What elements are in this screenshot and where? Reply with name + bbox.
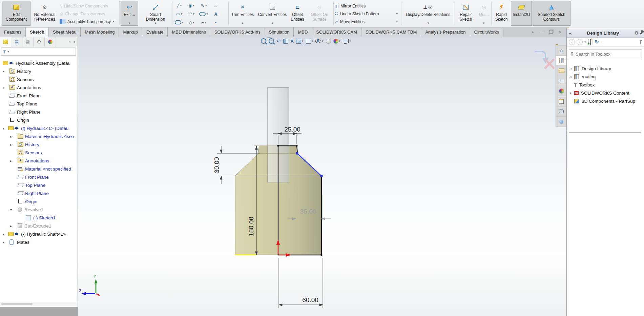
tree-row-cut-extrude1[interactable]: ▸ Cut-Extrude1	[0, 222, 77, 230]
expander-icon[interactable]: ▸	[10, 224, 12, 228]
refresh-button[interactable]: ↻	[595, 39, 599, 45]
library-row-toolbox[interactable]: Toolbox	[567, 81, 644, 89]
add-file-location-button[interactable]: *	[590, 40, 591, 44]
arc-tool-dropdown-icon[interactable]: ▾	[193, 13, 194, 16]
dimension-150-text[interactable]: 150.00	[248, 217, 255, 236]
tree-row-sketch1[interactable]: (-) Sketch1	[0, 214, 77, 222]
tree-row-material[interactable]: Material <not specified	[0, 165, 77, 173]
shaded-sketch-contours-button[interactable]: Shaded Sketch Contours	[533, 1, 570, 26]
cancel-sketch-corner-icon[interactable]	[545, 60, 554, 68]
expander-icon[interactable]: ▸	[3, 240, 4, 244]
selected-endpoint[interactable]	[320, 175, 323, 177]
tab-simulation[interactable]: Simulation	[265, 27, 294, 37]
no-external-references-button[interactable]: ⊘ No External References	[32, 1, 58, 26]
circle-tool-button[interactable]: ◉▾	[186, 1, 197, 9]
tab-dimxpertmanager[interactable]: ⊕	[34, 37, 45, 47]
ellipse-tool-button[interactable]: ▾	[198, 10, 209, 18]
arc-tool-button[interactable]: ◠▾	[186, 10, 197, 18]
fillet-tool-dropdown-icon[interactable]: ▾	[205, 21, 206, 24]
tab-file-explorer[interactable]	[556, 66, 567, 76]
convert-entities-dropdown-icon[interactable]: ▾	[272, 22, 273, 25]
tab-solidworks-forum[interactable]	[556, 106, 567, 117]
sketch-point[interactable]	[296, 145, 297, 146]
trim-entities-button[interactable]: × Trim Entities ▾	[230, 1, 255, 26]
forward-button[interactable]: ›	[577, 39, 583, 45]
tab-markup[interactable]: Markup	[119, 27, 142, 37]
back-button[interactable]: ‹	[569, 39, 575, 45]
tab-3dexperience[interactable]	[556, 117, 567, 127]
tree-row-origin[interactable]: Origin	[0, 197, 77, 205]
library-row-3d-components[interactable]: 3D Components - PartSup	[567, 97, 644, 105]
polygon-tool-button[interactable]: ◇▾	[186, 18, 197, 26]
minimize-button[interactable]: −	[538, 28, 546, 35]
graphics-viewport[interactable]: ↶ A ▾ ▾ ▾ ▾ ▾	[78, 37, 566, 316]
assembly-transparency-dropdown-icon[interactable]: ▾	[113, 20, 115, 23]
tab-features[interactable]: Features	[0, 27, 26, 37]
close-button[interactable]: ×	[556, 28, 564, 35]
expander-icon[interactable]: ▾	[3, 126, 4, 130]
edit-component-button[interactable]: Edit Component	[2, 1, 30, 26]
rapid-sketch-button[interactable]: Rapid Sketch	[493, 1, 510, 26]
expander-icon[interactable]: ▾	[10, 208, 12, 212]
search-input[interactable]	[575, 51, 640, 57]
tree-row-origin[interactable]: Origin	[0, 116, 77, 124]
line-tool-button[interactable]: ╱▾	[173, 1, 185, 9]
tree-filter[interactable]: ▾	[1, 47, 76, 56]
tree-row-front-plane[interactable]: Front Plane	[0, 92, 77, 100]
spline-tool-dropdown-icon[interactable]: ▾	[205, 4, 207, 7]
tree-row-sensors[interactable]: Sensors	[0, 149, 77, 157]
library-row-design-library[interactable]: > Design Library	[567, 64, 644, 73]
linear-sketch-pattern-dropdown-icon[interactable]: ▾	[396, 12, 398, 15]
tree-row-front-plane[interactable]: Front Plane	[0, 173, 77, 181]
expand-chevron-icon[interactable]: >	[569, 91, 572, 95]
tab-evaluate[interactable]: Evaluate	[142, 27, 168, 37]
tab-analysis-preparation[interactable]: Analysis Preparation	[421, 27, 470, 37]
tree-row-sensors[interactable]: Sensors	[0, 75, 77, 83]
tree-row-top-plane[interactable]: Top Plane	[0, 181, 77, 189]
expand-chevron-icon[interactable]: >	[569, 75, 572, 79]
tab-appearances-scenes[interactable]	[556, 86, 567, 96]
tree-row-history[interactable]: ▸ History	[0, 140, 77, 149]
tab-sketch[interactable]: Sketch	[26, 27, 49, 37]
expander-icon[interactable]: ▸	[10, 159, 12, 163]
manager-tab-scroll-left-icon[interactable]: ◂	[67, 37, 72, 47]
move-entities-dropdown-icon[interactable]: ▾	[396, 20, 398, 23]
tree-row-hydraulic-component[interactable]: ▾ (f) Hydraulic<1> (Defau	[0, 124, 77, 132]
tree-row-right-plane[interactable]: Right Plane	[0, 189, 77, 197]
expand-chevron-icon[interactable]: >	[569, 66, 572, 71]
slot-tool-button[interactable]: ▾	[173, 18, 185, 26]
tab-design-library[interactable]	[556, 56, 567, 66]
tab-sheet-metal[interactable]: Sheet Metal	[49, 27, 81, 37]
confirmation-corner[interactable]	[535, 52, 554, 68]
display-delete-relations-dropdown-icon[interactable]: ▾	[428, 22, 429, 25]
tree-row-annotations[interactable]: ▸ Annotations	[0, 157, 77, 165]
sketch-point[interactable]	[277, 145, 279, 146]
pin-icon[interactable]	[640, 31, 643, 35]
exit-sketch-button[interactable]: ↩ Exit ... ▾	[121, 1, 138, 26]
tab-propertymanager[interactable]: ▤	[11, 37, 22, 47]
tab-mbd-dimensions[interactable]: MBD Dimensions	[168, 27, 210, 37]
tree-row-top-plane[interactable]: Top Plane	[0, 100, 77, 108]
tab-configurationmanager[interactable]: ▦	[22, 37, 34, 47]
tree-row-mates-in-assembly[interactable]: ▸ Mates in Hydraulic Asse	[0, 132, 77, 140]
tree-row-history[interactable]: ▸ History	[0, 67, 77, 75]
tab-view-palette[interactable]	[556, 76, 567, 86]
add-to-library-button[interactable]: +	[588, 40, 588, 44]
tree-horizontal-scrollbar[interactable]	[0, 302, 77, 306]
tab-custom-properties[interactable]	[556, 96, 567, 106]
dimension-60-text[interactable]: 60.00	[302, 296, 318, 303]
point-tool-button[interactable]: ▪	[210, 18, 222, 26]
tab-featuremanager[interactable]	[0, 37, 11, 47]
tree-row-assembly[interactable]: Hydraulic Assembly (Defau	[0, 59, 77, 67]
tab-solidworks-cam[interactable]: SOLIDWORKS CAM	[312, 27, 361, 37]
mirror-entities-button[interactable]: ◫ Mirror Entities	[335, 2, 398, 10]
tab-displaymanager[interactable]	[45, 37, 56, 47]
filter-dropdown-icon[interactable]: ▾	[7, 50, 9, 53]
model-canvas[interactable]: 25.00 30.00 150.00 35.00 60.00	[78, 37, 566, 316]
expander-icon[interactable]: ▸	[3, 86, 4, 90]
instant2d-button[interactable]: Instant2D	[511, 1, 532, 26]
options-gear-icon[interactable]: ⚙	[634, 30, 639, 36]
trim-entities-dropdown-icon[interactable]: ▾	[242, 22, 244, 25]
tab-solidworks-add-ins[interactable]: SOLIDWORKS Add-Ins	[210, 27, 265, 37]
expander-icon[interactable]: ▸	[3, 232, 4, 236]
